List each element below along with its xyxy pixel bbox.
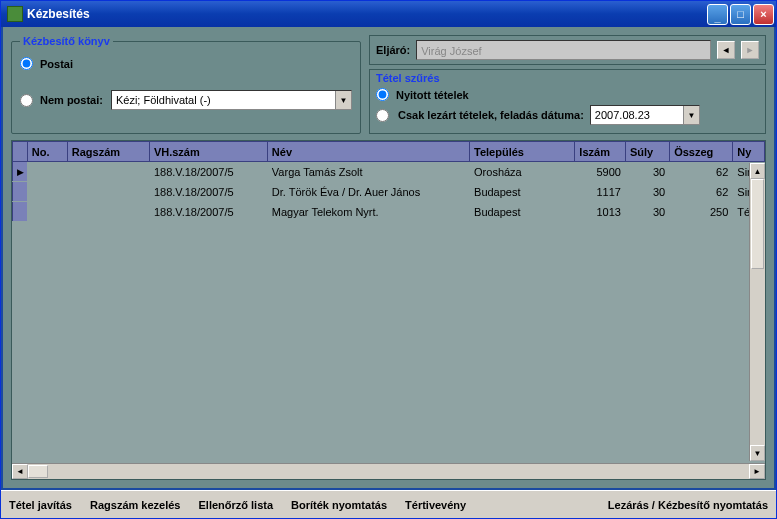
chevron-down-icon[interactable]: ▼ — [335, 91, 351, 109]
cell-ragszam[interactable] — [67, 162, 149, 182]
col-vhszam[interactable]: VH.szám — [149, 142, 267, 162]
cell-no[interactable] — [27, 182, 67, 202]
btn-lezaras[interactable]: Lezárás / Kézbesítő nyomtatás — [608, 499, 768, 511]
cell-no[interactable] — [27, 202, 67, 222]
horizontal-scrollbar[interactable]: ◄ ► — [12, 463, 765, 479]
cell-telepules[interactable]: Orosháza — [470, 162, 575, 182]
col-osszeg[interactable]: Összeg — [670, 142, 733, 162]
scroll-left-icon[interactable]: ◄ — [12, 464, 28, 479]
eljaro-value: Virág József — [421, 45, 481, 57]
cell-suly[interactable]: 30 — [625, 202, 669, 222]
nem-postai-combo[interactable]: Kézi; Földhivatal (-) ▼ — [111, 90, 352, 110]
cell-telepules[interactable]: Budapest — [470, 202, 575, 222]
app-icon — [7, 6, 23, 22]
radio-nem-postai[interactable] — [20, 94, 33, 107]
btn-ragszam-kezeles[interactable]: Ragszám kezelés — [90, 499, 181, 511]
cell-osszeg[interactable]: 62 — [670, 182, 733, 202]
col-no[interactable]: No. — [27, 142, 67, 162]
eljaro-panel: Eljáró: Virág József ◄ ► — [369, 35, 766, 65]
next-button[interactable]: ► — [741, 41, 759, 59]
date-combo[interactable]: 2007.08.23 ▼ — [590, 105, 700, 125]
scroll-up-icon[interactable]: ▲ — [750, 163, 765, 179]
close-button[interactable]: × — [753, 4, 774, 25]
radio-lezart-label[interactable]: Csak lezárt tételek, feladás dátuma: — [398, 109, 584, 121]
radio-postai[interactable] — [20, 57, 33, 70]
row-indicator — [13, 202, 28, 222]
radio-postai-label[interactable]: Postai — [40, 58, 73, 70]
grid-header-row: No. Ragszám VH.szám Név Település Iszám … — [13, 142, 765, 162]
cell-vhszam[interactable]: 188.V.18/2007/5 — [149, 182, 267, 202]
cell-suly[interactable]: 30 — [625, 162, 669, 182]
btn-ellenorzo-lista[interactable]: Ellenőrző lista — [198, 499, 273, 511]
scroll-thumb[interactable] — [28, 465, 48, 478]
row-indicator — [13, 182, 28, 202]
radio-nyitott-label[interactable]: Nyitott tételek — [396, 89, 469, 101]
col-iszam[interactable]: Iszám — [575, 142, 626, 162]
radio-nem-postai-label[interactable]: Nem postai: — [40, 94, 103, 106]
filter-legend: Tétel szűrés — [376, 72, 759, 84]
table-row[interactable]: 188.V.18/2007/5Magyar Telekom Nyrt.Budap… — [13, 202, 765, 222]
cell-osszeg[interactable]: 62 — [670, 162, 733, 182]
radio-lezart[interactable] — [376, 109, 389, 122]
cell-ragszam[interactable] — [67, 202, 149, 222]
data-grid[interactable]: No. Ragszám VH.szám Név Település Iszám … — [11, 140, 766, 480]
titlebar: Kézbesítés _ □ × — [1, 1, 776, 27]
chevron-down-icon[interactable]: ▼ — [683, 106, 699, 124]
minimize-button[interactable]: _ — [707, 4, 728, 25]
col-ragszam[interactable]: Ragszám — [67, 142, 149, 162]
cell-osszeg[interactable]: 250 — [670, 202, 733, 222]
radio-nyitott[interactable] — [376, 88, 389, 101]
scroll-down-icon[interactable]: ▼ — [750, 445, 765, 461]
cell-nev[interactable]: Varga Tamás Zsolt — [267, 162, 469, 182]
groupbox-legend: Kézbesítő könyv — [20, 35, 113, 47]
window-title: Kézbesítés — [27, 7, 707, 21]
col-ny[interactable]: Ny — [733, 142, 765, 162]
nem-postai-value: Kézi; Földhivatal (-) — [116, 94, 211, 106]
app-window: Kézbesítés _ □ × Kézbesítő könyv Postai … — [0, 0, 777, 519]
scroll-right-icon[interactable]: ► — [749, 464, 765, 479]
eljaro-label: Eljáró: — [376, 44, 410, 56]
maximize-button[interactable]: □ — [730, 4, 751, 25]
cell-nev[interactable]: Magyar Telekom Nyrt. — [267, 202, 469, 222]
cell-no[interactable] — [27, 162, 67, 182]
col-telepules[interactable]: Település — [470, 142, 575, 162]
row-indicator: ▶ — [13, 162, 28, 182]
cell-iszam[interactable]: 1117 — [575, 182, 626, 202]
groupbox-kezbesito-konyv: Kézbesítő könyv Postai Nem postai: Kézi;… — [11, 35, 361, 134]
cell-telepules[interactable]: Budapest — [470, 182, 575, 202]
scroll-thumb[interactable] — [751, 179, 764, 269]
cell-iszam[interactable]: 5900 — [575, 162, 626, 182]
bottom-toolbar: Tétel javítás Ragszám kezelés Ellenőrző … — [1, 490, 776, 518]
col-nev[interactable]: Név — [267, 142, 469, 162]
btn-tetel-javitas[interactable]: Tétel javítás — [9, 499, 72, 511]
prev-button[interactable]: ◄ — [717, 41, 735, 59]
eljaro-field: Virág József — [416, 40, 711, 60]
col-indicator[interactable] — [13, 142, 28, 162]
date-value: 2007.08.23 — [595, 109, 650, 121]
cell-vhszam[interactable]: 188.V.18/2007/5 — [149, 202, 267, 222]
cell-ragszam[interactable] — [67, 182, 149, 202]
groupbox-tetel-szures: Tétel szűrés Nyitott tételek Csak lezárt… — [369, 69, 766, 134]
btn-boritek-nyomtatas[interactable]: Boríték nyomtatás — [291, 499, 387, 511]
cell-suly[interactable]: 30 — [625, 182, 669, 202]
table-row[interactable]: 188.V.18/2007/5Dr. Török Éva / Dr. Auer … — [13, 182, 765, 202]
btn-tertivegveny[interactable]: Tértivevény — [405, 499, 466, 511]
col-suly[interactable]: Súly — [625, 142, 669, 162]
cell-iszam[interactable]: 1013 — [575, 202, 626, 222]
cell-vhszam[interactable]: 188.V.18/2007/5 — [149, 162, 267, 182]
client-area: Kézbesítő könyv Postai Nem postai: Kézi;… — [1, 27, 776, 490]
vertical-scrollbar[interactable]: ▲ ▼ — [749, 163, 765, 461]
table-row[interactable]: ▶188.V.18/2007/5Varga Tamás ZsoltOrosház… — [13, 162, 765, 182]
cell-nev[interactable]: Dr. Török Éva / Dr. Auer János — [267, 182, 469, 202]
